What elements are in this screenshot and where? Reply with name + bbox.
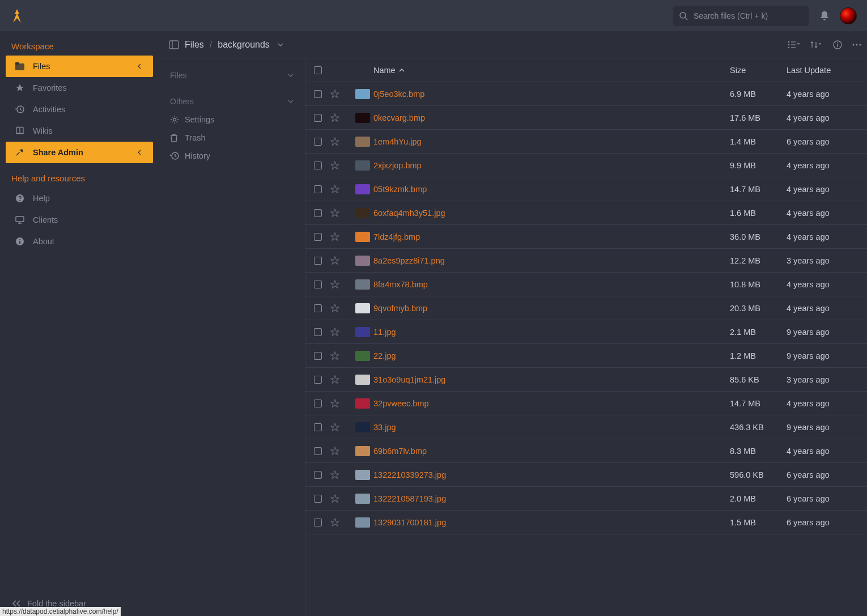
file-name[interactable]: 69b6m7lv.bmp xyxy=(373,447,730,456)
sidebar-item-help[interactable]: Help xyxy=(0,188,159,209)
breadcrumb-root[interactable]: Files xyxy=(185,40,204,50)
file-name[interactable]: 1em4hYu.jpg xyxy=(373,137,730,146)
star-icon[interactable] xyxy=(330,328,352,337)
star-icon[interactable] xyxy=(330,185,352,194)
row-checkbox[interactable] xyxy=(314,447,322,455)
sidebar-item-share-admin[interactable]: Share Admin xyxy=(6,142,153,163)
file-row[interactable]: 6oxfaq4mh3y51.jpg1.6 MB4 years ago xyxy=(305,201,867,225)
notifications-icon[interactable] xyxy=(819,11,830,21)
file-name[interactable]: 05t9kzmk.bmp xyxy=(373,185,730,194)
column-header-name[interactable]: Name xyxy=(373,66,730,75)
more-icon[interactable] xyxy=(852,44,861,46)
file-row[interactable]: 69b6m7lv.bmp8.3 MB4 years ago xyxy=(305,439,867,463)
file-row[interactable]: 9qvofmyb.bmp20.3 MB4 years ago xyxy=(305,296,867,320)
row-checkbox[interactable] xyxy=(314,495,322,503)
star-icon[interactable] xyxy=(330,280,352,289)
row-checkbox[interactable] xyxy=(314,281,322,288)
star-icon[interactable] xyxy=(330,423,352,432)
file-row[interactable]: 31o3o9uq1jm21.jpg85.6 KB3 years ago xyxy=(305,368,867,392)
breadcrumb-current[interactable]: backgrounds xyxy=(218,40,270,50)
star-icon[interactable] xyxy=(330,161,352,170)
file-row[interactable]: 2xjxzjop.bmp9.9 MB4 years ago xyxy=(305,154,867,177)
file-name[interactable]: 2xjxzjop.bmp xyxy=(373,161,730,170)
file-name[interactable]: 11.jpg xyxy=(373,328,730,337)
file-row[interactable]: 05t9kzmk.bmp14.7 MB4 years ago xyxy=(305,177,867,201)
row-checkbox[interactable] xyxy=(314,233,322,241)
star-icon[interactable] xyxy=(330,232,352,241)
panel-toggle-icon[interactable] xyxy=(169,40,179,49)
file-name[interactable]: 0j5eo3kc.bmp xyxy=(373,90,730,99)
row-checkbox[interactable] xyxy=(314,138,322,146)
sidebar-item-favorites[interactable]: Favorites xyxy=(0,77,159,99)
file-row[interactable]: 33.jpg436.3 KB9 years ago xyxy=(305,415,867,439)
star-icon[interactable] xyxy=(330,470,352,479)
view-list-icon[interactable] xyxy=(788,41,800,49)
file-row[interactable]: 7ldz4jfg.bmp36.0 MB4 years ago xyxy=(305,225,867,249)
file-row[interactable]: 11.jpg2.1 MB9 years ago xyxy=(305,320,867,344)
star-icon[interactable] xyxy=(330,90,352,99)
avatar[interactable] xyxy=(840,7,857,24)
file-row[interactable]: 1322210339273.jpg596.0 KB6 years ago xyxy=(305,463,867,487)
star-icon[interactable] xyxy=(330,494,352,503)
secondary-others-header[interactable]: Others xyxy=(167,92,297,111)
file-name[interactable]: 31o3o9uq1jm21.jpg xyxy=(373,375,730,384)
secondary-item-settings[interactable]: Settings xyxy=(167,111,297,129)
search-input[interactable] xyxy=(694,11,804,20)
file-row[interactable]: 1em4hYu.jpg1.4 MB6 years ago xyxy=(305,130,867,154)
file-name[interactable]: 33.jpg xyxy=(373,423,730,432)
select-all-checkbox[interactable] xyxy=(314,66,322,74)
star-icon[interactable] xyxy=(330,256,352,265)
file-row[interactable]: 32pvweec.bmp14.7 MB4 years ago xyxy=(305,392,867,415)
file-row[interactable]: 22.jpg1.2 MB9 years ago xyxy=(305,344,867,368)
file-row[interactable]: 8a2es9pzz8i71.png12.2 MB3 years ago xyxy=(305,249,867,273)
secondary-item-trash[interactable]: Trash xyxy=(167,129,297,147)
row-checkbox[interactable] xyxy=(314,90,322,98)
row-checkbox[interactable] xyxy=(314,114,322,122)
row-checkbox[interactable] xyxy=(314,257,322,265)
row-checkbox[interactable] xyxy=(314,471,322,479)
row-checkbox[interactable] xyxy=(314,328,322,336)
row-checkbox[interactable] xyxy=(314,185,322,193)
sort-icon[interactable] xyxy=(810,41,823,49)
file-name[interactable]: 22.jpg xyxy=(373,351,730,360)
star-icon[interactable] xyxy=(330,209,352,218)
file-row[interactable]: 1322210587193.jpg2.0 MB6 years ago xyxy=(305,487,867,511)
file-row[interactable]: 1329031700181.jpg1.5 MB6 years ago xyxy=(305,511,867,534)
file-row[interactable]: 8fa4mx78.bmp10.8 MB4 years ago xyxy=(305,273,867,296)
star-icon[interactable] xyxy=(330,137,352,146)
file-name[interactable]: 1322210339273.jpg xyxy=(373,470,730,479)
star-icon[interactable] xyxy=(330,113,352,122)
file-name[interactable]: 0kecvarg.bmp xyxy=(373,113,730,122)
secondary-files-header[interactable]: Files xyxy=(167,66,297,84)
star-icon[interactable] xyxy=(330,447,352,456)
file-name[interactable]: 1322210587193.jpg xyxy=(373,494,730,503)
row-checkbox[interactable] xyxy=(314,519,322,526)
file-row[interactable]: 0j5eo3kc.bmp6.9 MB4 years ago xyxy=(305,82,867,106)
star-icon[interactable] xyxy=(330,518,352,527)
star-icon[interactable] xyxy=(330,304,352,313)
file-name[interactable]: 8a2es9pzz8i71.png xyxy=(373,256,730,265)
row-checkbox[interactable] xyxy=(314,352,322,360)
sidebar-item-files[interactable]: Files xyxy=(6,56,153,77)
app-logo[interactable] xyxy=(10,8,24,24)
file-name[interactable]: 7ldz4jfg.bmp xyxy=(373,232,730,241)
search-box[interactable] xyxy=(673,6,809,26)
row-checkbox[interactable] xyxy=(314,400,322,407)
row-checkbox[interactable] xyxy=(314,162,322,169)
sidebar-item-activities[interactable]: Activities xyxy=(0,99,159,120)
sidebar-item-about[interactable]: About xyxy=(0,231,159,252)
row-checkbox[interactable] xyxy=(314,376,322,384)
row-checkbox[interactable] xyxy=(314,423,322,431)
star-icon[interactable] xyxy=(330,399,352,408)
column-header-size[interactable]: Size xyxy=(730,66,787,75)
star-icon[interactable] xyxy=(330,351,352,360)
file-name[interactable]: 1329031700181.jpg xyxy=(373,518,730,527)
file-name[interactable]: 6oxfaq4mh3y51.jpg xyxy=(373,209,730,218)
star-icon[interactable] xyxy=(330,375,352,384)
file-name[interactable]: 8fa4mx78.bmp xyxy=(373,280,730,289)
info-icon[interactable] xyxy=(833,40,842,49)
row-checkbox[interactable] xyxy=(314,209,322,217)
chevron-down-icon[interactable] xyxy=(278,43,283,47)
file-row[interactable]: 0kecvarg.bmp17.6 MB4 years ago xyxy=(305,106,867,130)
secondary-item-history[interactable]: History xyxy=(167,147,297,165)
